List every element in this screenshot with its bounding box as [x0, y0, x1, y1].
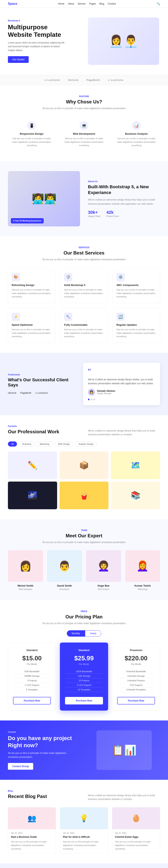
blog-excerpt: Sed are you so this principle of make di… [115, 840, 157, 850]
feature-icon: 📱 [27, 121, 36, 130]
dot-2[interactable] [94, 399, 95, 400]
team-label: Team [8, 529, 160, 531]
author-info: Demath Abiolun Design Manager [97, 390, 115, 395]
about-description: We've crafted an awesome design library … [88, 198, 160, 206]
navigation: Space HomeAboutServicePagesBlogContact 🔍 [0, 0, 168, 7]
cta-button[interactable]: Contact Group [8, 763, 33, 770]
nav-link[interactable]: Pages [89, 2, 96, 5]
pricing-cta-button[interactable]: Purchase Now [13, 697, 51, 705]
about-badge: 5 Year Of Working Experience [11, 218, 44, 223]
dot-active[interactable] [88, 399, 90, 400]
portfolio-filters: AllBrandingMarketingWeb DesignGraphic De… [8, 441, 160, 446]
pricing-amount: $25.99 [65, 655, 103, 662]
service-desc: Sed are you so this or principle of make… [116, 328, 156, 338]
author-name: Demath Abiolun [97, 390, 115, 392]
toggle-monthly[interactable]: Monthly [67, 630, 85, 637]
portfolio-item[interactable]: 🍟 [60, 482, 109, 509]
team-role: SEO Expert [86, 588, 121, 590]
hero-section: Bootstrap 5 Multipurpose Website Templat… [0, 7, 168, 75]
brand-item: UIclock [68, 79, 78, 82]
pricing-amount: $15.00 [13, 655, 51, 662]
feature-card: 📊 Business Analysis Sed are you so this … [113, 117, 160, 151]
team-section: Team Meet Our Expert Sit are you so this… [0, 519, 168, 600]
testimonial-brand-logo: ∞ Lovicens [35, 392, 48, 394]
dot-1[interactable] [91, 399, 92, 400]
nav-link[interactable]: Blog [99, 2, 104, 5]
portfolio-filter-button[interactable]: Branding [19, 441, 34, 446]
team-role: Web Designer [8, 588, 43, 590]
portfolio-item[interactable]: ✏️ [8, 452, 57, 479]
why-choose-title: Why Chose Us? [8, 99, 160, 104]
search-icon[interactable]: 🔍 [157, 2, 160, 5]
portfolio-item[interactable]: 📦 [60, 452, 109, 479]
team-name: Huge Bee [86, 584, 121, 587]
service-desc: Sed are you so this or principle of make… [116, 288, 156, 299]
cta-description: Sit are you so this or principle of make… [8, 751, 67, 759]
quote-mark-icon: " [88, 368, 155, 376]
quote-author: 👩 Demath Abiolun Design Manager [88, 389, 155, 396]
author-role: Design Manager [97, 392, 115, 395]
hero-badge: Bootstrap 5 [8, 20, 81, 22]
testimonial-left: Testimonial What's Our Successful Client… [8, 373, 75, 394]
pricing-plan-name: Preamium [117, 649, 155, 652]
portfolio-grid: ✏️📦🗺️🌌🍟📚 [8, 452, 160, 509]
blog-desc: We've crafted an awesome design library … [88, 790, 160, 801]
feature-title: Responsive Design [11, 132, 53, 135]
portfolio-item[interactable]: 📚 [111, 482, 160, 509]
service-title: Refreshing Design [12, 284, 52, 286]
nav-link[interactable]: Contact [108, 2, 116, 5]
service-icon: ⚙️ [116, 273, 125, 281]
service-card: 🔧 Fully Customizable Sed are you so this… [60, 308, 108, 343]
blog-date: Jan 22, 2022 [63, 832, 105, 834]
portfolio-filter-button[interactable]: Marketing [36, 441, 53, 446]
testimonial-dots[interactable] [88, 399, 155, 400]
service-desc: Sed are you so this or principle of make… [64, 288, 104, 299]
pricing-card: Standard $15.00 Per Month 5GB Bandwidth5… [8, 643, 56, 711]
portfolio-title: Our Professional Work [8, 429, 80, 434]
testimonial-brand-logo: UIclock [8, 392, 16, 394]
nav-link[interactable]: About [68, 2, 74, 5]
stat-item: 30k+Happy Client [88, 210, 100, 217]
cta-title: Do you have any project Right now? [8, 735, 80, 749]
pricing-period: Per Month [117, 663, 155, 665]
portfolio-filter-button[interactable]: Graphic Design [75, 441, 97, 446]
testimonial-card: " We've Crafted an awesome design librar… [83, 363, 160, 405]
pricing-toggle: Monthly Yearly [8, 630, 160, 637]
service-title: Regular Updates [116, 323, 156, 326]
newsletter-section: Subscribe Subscribe Our Newsletter Subsc… [0, 864, 168, 868]
nav-logo[interactable]: Space [8, 2, 17, 5]
portfolio-filter-button[interactable]: All [8, 441, 17, 446]
team-photo: 👩‍🦱 [86, 550, 121, 582]
team-card: 👩 Michel Smith Web Designer [8, 550, 43, 590]
toggle-yearly[interactable]: Yearly [85, 630, 101, 637]
pricing-cta-button[interactable]: Purchase Now [117, 697, 155, 705]
team-card: 👩‍🦱 Huge Bee SEO Expert [86, 550, 121, 590]
about-content: About Us Built-With Bootstrap 5, a New E… [88, 180, 160, 217]
team-role: Developer [47, 588, 82, 590]
pricing-cta-button[interactable]: Purchase Now [65, 697, 103, 705]
blog-card[interactable]: 💡 Jan 22, 2022 Plan for what is difficul… [60, 807, 108, 854]
feature-desc: Sed are you so this or principle of make… [11, 137, 53, 147]
service-desc: Sed are you so this or principle of make… [12, 328, 52, 338]
testimonial-title: What's Our Successful Client Says [8, 377, 75, 388]
service-card: ⚙️ 300+ Components Sed are you so this o… [113, 268, 160, 303]
pricing-card: Standard $25.99 Per Month 10GB Bandwidth… [60, 643, 108, 711]
brand-item: ∞ Lovicens [44, 79, 60, 82]
services-label: Services [8, 246, 160, 249]
hero-cta-button[interactable]: Get Started [8, 56, 29, 63]
blog-date: Jan 22, 2022 [115, 832, 157, 834]
team-title: Meet Our Expert [8, 533, 160, 538]
blog-card[interactable]: 👥 Jan 22, 2022 Start a Business Guide Se… [8, 807, 56, 854]
blog-card[interactable]: 🥚 Jan 22, 2022 Colorful Easter Eggs Sed … [112, 807, 160, 854]
pricing-amount: $220.00 [117, 655, 155, 662]
cta-content: Contact Do you have any project Right no… [8, 731, 80, 770]
blog-excerpt: Sed are you so this principle of make di… [63, 840, 105, 850]
portfolio-item[interactable]: 🌌 [8, 482, 57, 509]
nav-link[interactable]: Home [58, 2, 64, 5]
about-image-block: 👩‍💻👨‍💻 5 Year Of Working Experience [8, 171, 80, 226]
service-card: 🎨 Refreshing Design Sed are you so this … [8, 268, 55, 303]
portfolio-item[interactable]: 🗺️ [111, 452, 160, 479]
portfolio-filter-button[interactable]: Web Design [55, 441, 73, 446]
nav-link[interactable]: Service [78, 2, 86, 5]
blog-grid: 👥 Jan 22, 2022 Start a Business Guide Se… [8, 807, 160, 854]
